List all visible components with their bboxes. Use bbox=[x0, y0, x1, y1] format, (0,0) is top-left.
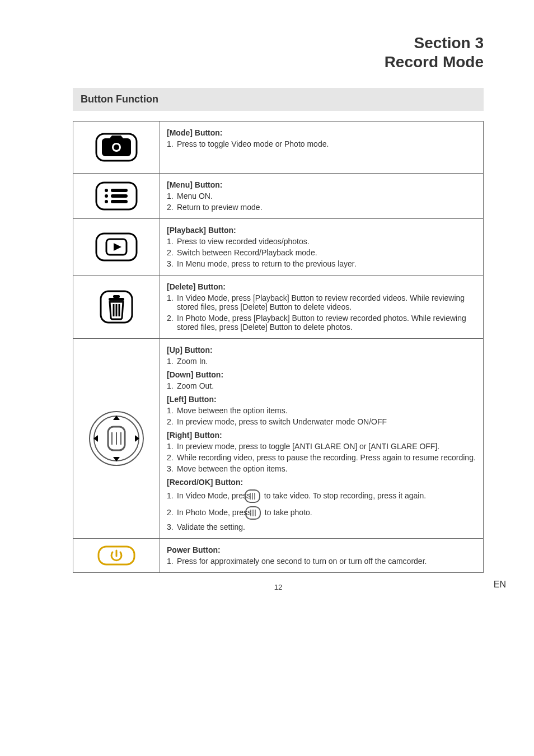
svg-point-2 bbox=[114, 144, 119, 150]
desc-cell-mode: [Mode] Button: 1.Press to toggle Video m… bbox=[160, 122, 484, 174]
header-line1: Section 3 bbox=[73, 34, 484, 53]
svg-rect-15 bbox=[113, 295, 120, 298]
list-item: 2.Switch between Record/Playback mode. bbox=[167, 247, 476, 258]
icon-cell-dpad bbox=[73, 339, 160, 539]
table-row: [Mode] Button: 1.Press to toggle Video m… bbox=[73, 122, 484, 174]
svg-rect-5 bbox=[111, 189, 128, 192]
list-item: 2.In preview mode, press to switch Under… bbox=[167, 416, 476, 427]
list-item: 1.In Video Mode, press [Playback] Button… bbox=[167, 292, 476, 312]
list-item: 1.Zoom In. bbox=[167, 356, 476, 367]
list-item: 3.Validate the setting. bbox=[167, 521, 476, 533]
right-heading: [Right] Button: bbox=[167, 431, 476, 440]
menu-icon bbox=[94, 180, 139, 212]
svg-rect-7 bbox=[111, 194, 128, 198]
desc-cell-menu: [Menu] Button: 1.Menu ON. 2.Return to pr… bbox=[160, 174, 484, 219]
list-item: 1.Press for approximately one second to … bbox=[167, 556, 476, 567]
svg-point-8 bbox=[105, 200, 108, 203]
record-ok-icon bbox=[255, 506, 261, 520]
list-item: 2.Return to preview mode. bbox=[167, 202, 476, 213]
desc-cell-power: Power Button: 1.Press for approximately … bbox=[160, 539, 484, 573]
list-item: 1.In Video Mode, press to take video. To… bbox=[167, 488, 476, 505]
page-number: 12 bbox=[73, 583, 484, 591]
table-row: [Menu] Button: 1.Menu ON. 2.Return to pr… bbox=[73, 174, 484, 219]
svg-point-4 bbox=[105, 189, 108, 192]
menu-heading: [Menu] Button: bbox=[167, 180, 476, 189]
playback-icon bbox=[94, 231, 139, 263]
list-item: 3.In Menu mode, press to return to the p… bbox=[167, 258, 476, 269]
svg-point-6 bbox=[105, 194, 108, 198]
header-line2: Record Mode bbox=[73, 53, 484, 72]
list-item: 1.Menu ON. bbox=[167, 190, 476, 202]
down-heading: [Down] Button: bbox=[167, 370, 476, 379]
list-item: 1.In preview mode, press to toggle [ANTI… bbox=[167, 441, 476, 452]
page-header: Section 3 Record Mode bbox=[73, 34, 484, 71]
desc-cell-delete: [Delete] Button: 1.In Video Mode, press … bbox=[160, 276, 484, 339]
up-heading: [Up] Button: bbox=[167, 346, 476, 354]
power-icon bbox=[97, 545, 136, 566]
icon-cell-delete bbox=[73, 276, 160, 339]
table-row: [Up] Button: 1.Zoom In. [Down] Button: 1… bbox=[73, 339, 484, 539]
mode-heading: [Mode] Button: bbox=[167, 128, 476, 137]
table-row: [Delete] Button: 1.In Video Mode, press … bbox=[73, 276, 484, 339]
icon-cell-power bbox=[73, 539, 160, 573]
svg-rect-9 bbox=[111, 200, 128, 203]
icon-cell-menu bbox=[73, 174, 160, 219]
list-item: 2.In Photo Mode, press to take photo. bbox=[167, 505, 476, 521]
trash-icon bbox=[99, 289, 134, 325]
list-item: 1.Press to toggle Video mode or Photo mo… bbox=[167, 138, 476, 150]
dpad-icon bbox=[86, 408, 147, 469]
left-heading: [Left] Button: bbox=[167, 395, 476, 404]
desc-cell-playback: [Playback] Button: 1.Press to view recor… bbox=[160, 219, 484, 276]
table-row: Power Button: 1.Press for approximately … bbox=[73, 539, 484, 573]
power-heading: Power Button: bbox=[167, 545, 476, 554]
delete-heading: [Delete] Button: bbox=[167, 282, 476, 291]
page-footer: 12 EN bbox=[73, 583, 484, 596]
list-item: 1.Press to view recorded videos/photos. bbox=[167, 236, 476, 247]
svg-marker-12 bbox=[114, 243, 121, 251]
table-row: [Playback] Button: 1.Press to view recor… bbox=[73, 219, 484, 276]
list-item: 2.In Photo Mode, press [Playback] Button… bbox=[167, 312, 476, 333]
section-title-bar: Button Function bbox=[73, 88, 484, 111]
list-item: 1.Move between the option items. bbox=[167, 405, 476, 416]
icon-cell-mode bbox=[73, 122, 160, 174]
list-item: 3.Move between the option items. bbox=[167, 463, 476, 474]
playback-heading: [Playback] Button: bbox=[167, 226, 476, 235]
button-function-table: [Mode] Button: 1.Press to toggle Video m… bbox=[73, 121, 484, 573]
language-code: EN bbox=[494, 580, 506, 590]
list-item: 2.While recording video, press to pause … bbox=[167, 452, 476, 463]
desc-cell-dpad: [Up] Button: 1.Zoom In. [Down] Button: 1… bbox=[160, 339, 484, 539]
camera-icon bbox=[94, 132, 139, 163]
record-heading: [Record/OK] Button: bbox=[167, 478, 476, 487]
icon-cell-playback bbox=[73, 219, 160, 276]
svg-rect-14 bbox=[109, 298, 124, 301]
list-item: 1.Zoom Out. bbox=[167, 380, 476, 391]
record-ok-icon bbox=[254, 489, 261, 503]
